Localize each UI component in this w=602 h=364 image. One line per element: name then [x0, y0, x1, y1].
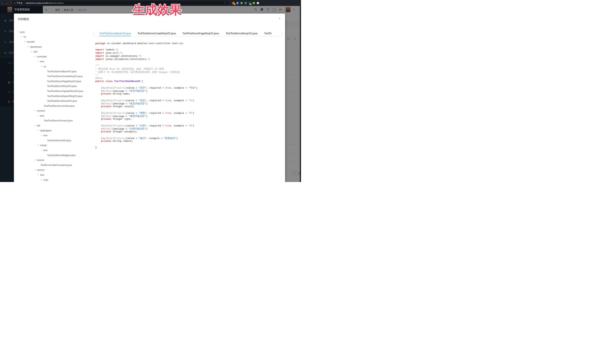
code-line: private Integer status; [95, 105, 283, 108]
tree-folder[interactable]: iocoder [14, 39, 94, 44]
tree-folder[interactable]: service [14, 167, 94, 173]
security-label[interactable]: 不安全 [17, 2, 23, 4]
tree-file[interactable]: ToolTestDemoRespVO.java [14, 84, 94, 89]
tree-file[interactable]: ToolTestDemoUpdateReqVO.java [14, 89, 94, 94]
tree-folder[interactable]: tool [14, 49, 94, 54]
code-line: @NotNull(message = "名字不能为空") [95, 89, 283, 93]
tree-folder[interactable]: convert [14, 108, 94, 114]
tree-label: ToolTestDemoExportReqVO.java [47, 95, 82, 97]
tree-file[interactable]: ToolErrorCodeConstants.java [14, 163, 94, 167]
caret-down-icon [41, 135, 42, 136]
code-line: * 如果子 VO 存在差异的字段，请不要添加到这里，影响 Swagger 文档生… [95, 70, 283, 73]
tree-file[interactable]: ToolTestDemoBaseVO.java [14, 69, 94, 74]
chevron-right-icon[interactable]: › [280, 32, 282, 35]
tree-folder[interactable]: dashboard [14, 44, 94, 49]
tree-label: impl [43, 178, 48, 181]
caret-down-icon [21, 36, 22, 37]
code-line: */ [95, 73, 283, 77]
tree-file[interactable]: ToolTestDemoConvert.java [14, 118, 94, 123]
extension-diamond-icon[interactable] [244, 2, 247, 4]
caret-down-icon [41, 150, 42, 151]
code-line: @ApiModelProperty(value = "状态", required… [95, 99, 283, 102]
tree-label: ToolErrorCodeConstants.java [40, 164, 72, 166]
code-line: private Integer category; [95, 130, 283, 134]
tree-folder[interactable]: enums [14, 157, 94, 163]
code-line: import javax.validation.constraints.*; [95, 58, 283, 61]
bookmark-star-icon[interactable]: ☆ [224, 2, 226, 4]
file-tree: javacniocoderdashboardtoolcontrollertest… [14, 30, 94, 182]
caret-down-icon [17, 31, 19, 32]
tree-file[interactable]: ToolTestDemoPageReqVO.java [14, 79, 94, 84]
tree-folder[interactable]: impl [14, 177, 94, 182]
tree-folder[interactable]: dataobject [14, 128, 94, 133]
extension-blue-drop-icon[interactable] [236, 2, 239, 4]
tree-file[interactable]: ToolTestDemoCreateReqVO.java [14, 74, 94, 79]
code-line [95, 45, 283, 48]
tree-folder[interactable]: dal [14, 123, 94, 128]
code-line: import io.swagger.annotations.*; [95, 55, 283, 58]
extension-row: 1Von [231, 0, 259, 6]
code-line: public class ToolTestDemoBaseVO { [95, 80, 283, 83]
caret-down-icon [37, 174, 39, 175]
extension-plant-icon[interactable] [253, 2, 255, 4]
code-line: } [95, 146, 283, 149]
extension-orange-icon[interactable]: 1 [232, 2, 235, 4]
url-domain: dashboard.yudao.iocoder.cn [26, 2, 51, 4]
code-tab[interactable]: ToolTestDemoCreateReqVO.java [137, 32, 176, 35]
tree-label: ToolTestDemoUpdateReqVO.java [47, 90, 83, 93]
tree-folder[interactable]: vo [14, 64, 94, 69]
tree-folder[interactable]: java [14, 30, 94, 34]
tree-label: dashboard [30, 45, 42, 48]
code-tab[interactable]: ToolTestDemoRespVO.java [226, 32, 258, 35]
tree-folder[interactable]: cn [14, 34, 94, 40]
tree-label: ToolTestDemoMapper.java [47, 154, 75, 156]
tree-file[interactable]: ToolTestDemoDO.java [14, 138, 94, 143]
back-icon[interactable]: ← [0, 1, 5, 5]
caret-down-icon [24, 41, 26, 42]
tree-label: dataobject [40, 129, 51, 132]
caret-down-icon [37, 61, 39, 62]
code-tab[interactable]: ToolTestDemoPageReqVO.java [183, 32, 219, 35]
tree-file[interactable]: ToolTestDemoExcelVO.java [14, 98, 94, 104]
tree-label: service [37, 168, 44, 171]
tree-file[interactable]: ToolTestDemoMapper.java [14, 153, 94, 158]
tree-folder[interactable]: test [14, 113, 94, 118]
caret-down-icon [34, 110, 36, 111]
code-line: @NotNull(message = "状态不能为空") [95, 102, 283, 105]
extension-switch-on-icon[interactable]: on [248, 2, 251, 4]
tree-folder[interactable]: test [14, 172, 94, 177]
annotation-overlay: 生成效果 [117, 0, 198, 18]
code-line [95, 108, 283, 111]
code-line [95, 121, 283, 124]
code-line: * 测试示例 Base VO，提供给添加、修改、详细的子 VO 使用 [95, 67, 283, 70]
tree-file[interactable]: ToolTestDemoExportReqVO.java [14, 94, 94, 99]
code-line: /** [95, 64, 283, 67]
warning-icon[interactable]: ⚠ [14, 2, 16, 4]
caret-down-icon [41, 179, 42, 180]
code-tab[interactable]: ToolTe [264, 32, 272, 35]
window-edge [300, 0, 301, 182]
code-tab[interactable]: ToolTestDemoBaseVO.java [99, 32, 131, 35]
tree-folder[interactable]: test [14, 59, 94, 64]
tree-label: ToolTestDemoController.java [44, 104, 74, 107]
tree-folder[interactable]: test [14, 133, 94, 138]
tree-label: enums [37, 159, 44, 161]
tree-label: ToolTestDemoDO.java [47, 139, 71, 142]
close-icon[interactable]: × [279, 17, 281, 20]
chevron-left-icon[interactable]: ‹ [93, 32, 96, 35]
code-line [95, 134, 283, 137]
tree-file[interactable]: ToolTestDemoController.java [14, 104, 94, 108]
badge: 1 [234, 3, 235, 5]
tree-folder[interactable]: test [14, 148, 94, 153]
extension-green-v-icon[interactable]: V [240, 2, 243, 4]
code-line: package cn.iocoder.dashboard.modules.too… [95, 42, 283, 45]
code-line: @Data [95, 77, 283, 80]
tree-folder[interactable]: mysql [14, 143, 94, 148]
tree-label: convert [37, 109, 45, 112]
caret-down-icon [37, 130, 39, 131]
extension-puzzle-icon[interactable] [257, 2, 259, 4]
code-line [95, 61, 283, 64]
tree-folder[interactable]: controller [14, 54, 94, 59]
tree-label: test [43, 149, 47, 152]
forward-icon[interactable]: → [5, 1, 10, 5]
